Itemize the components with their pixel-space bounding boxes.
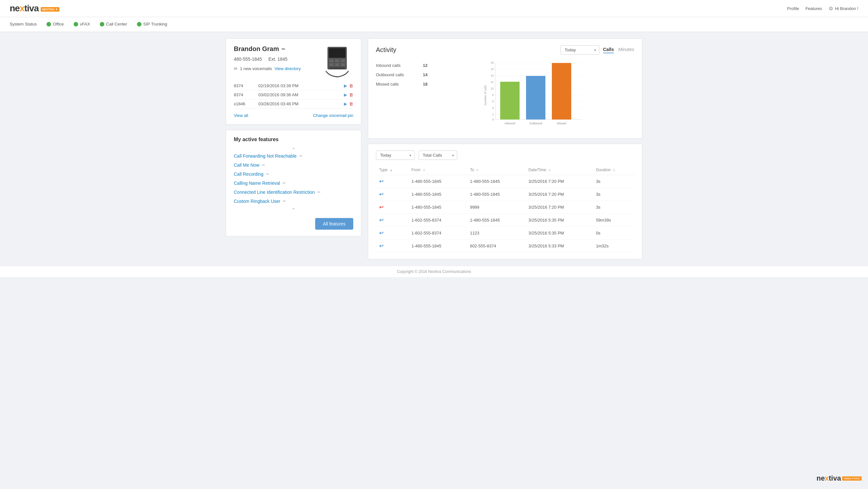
callcenter-status-dot: [100, 22, 104, 27]
bar-chart: Number of calls: [434, 60, 634, 132]
feature-label-5: Custom Ringback User: [234, 198, 280, 204]
call-type-icon-0: ↩: [379, 179, 383, 184]
cell-type-4: ↩: [376, 227, 408, 240]
svg-text:4: 4: [492, 106, 494, 110]
feature-edit-icon-2[interactable]: ✏: [266, 172, 269, 176]
nav-system-status[interactable]: System Status: [10, 17, 37, 32]
feature-edit-icon-3[interactable]: ✏: [283, 181, 286, 185]
feature-item-3[interactable]: Calling Name Retrieval ✏: [234, 181, 353, 186]
vm-play-icon[interactable]: ▶: [344, 83, 347, 88]
feature-item-4[interactable]: Connected Line Identification Restrictio…: [234, 190, 353, 195]
vm-play-icon[interactable]: ▶: [344, 92, 347, 97]
tab-minutes[interactable]: Minutes: [618, 47, 634, 53]
sort-type-icon[interactable]: ▲: [390, 168, 393, 172]
svg-rect-6: [335, 63, 339, 66]
view-all-link[interactable]: View all: [234, 113, 248, 118]
top-header: nextiva NEXTIVA ✦ Profile Features ⚙ Hi …: [0, 0, 868, 17]
vm-row: x1846 03/28/2016 03:46 PM ▶ 🗑: [234, 99, 353, 109]
cell-datetime-3: 3/25/2016 5:35 PM: [525, 214, 593, 227]
feature-item-0[interactable]: Call Forwarding Not Reachable ✏: [234, 153, 353, 159]
feature-label-1: Call Me Now: [234, 162, 259, 167]
feature-item-1[interactable]: Call Me Now ✏: [234, 162, 353, 167]
stat-inbound: Inbound calls 12: [376, 63, 428, 68]
stat-value-missed: 18: [423, 82, 428, 87]
phone-number: 480-555-1845: [234, 57, 262, 62]
sort-duration-icon[interactable]: ⊙: [613, 168, 615, 172]
vm-date-0: 02/19/2016 03:39 PM: [258, 83, 339, 88]
svg-text:Inbound: Inbound: [505, 122, 516, 125]
nav-vfax[interactable]: vFAX: [73, 17, 90, 32]
tab-calls[interactable]: Calls: [603, 47, 614, 53]
svg-text:12: 12: [491, 81, 494, 84]
nav-label: vFAX: [80, 22, 90, 27]
cell-type-1: ↩: [376, 188, 408, 201]
sort-to-icon[interactable]: ⊙: [476, 168, 478, 172]
cell-from-5: 1-480-555-1845: [408, 240, 467, 252]
calls-period-dropdown[interactable]: Today Yesterday Last 7 Days: [376, 151, 414, 160]
profile-link[interactable]: Profile: [787, 6, 799, 11]
svg-rect-2: [330, 59, 333, 62]
table-row: ↩ 1-480-555-1845 1-480-555-1845 3/25/201…: [376, 175, 634, 188]
svg-text:6: 6: [492, 100, 494, 103]
svg-text:8: 8: [492, 93, 494, 97]
calls-type-dropdown[interactable]: Total Calls Inbound Outbound Missed: [418, 151, 457, 160]
table-row: ↩ 1-480-555-1845 602-555-8374 3/25/2016 …: [376, 240, 634, 252]
vm-from-0: 8374: [234, 83, 253, 88]
sort-datetime-icon[interactable]: ⊙: [548, 168, 551, 172]
vm-delete-icon[interactable]: 🗑: [349, 92, 353, 97]
all-features-button[interactable]: All features: [315, 218, 353, 230]
svg-text:Missed: Missed: [557, 122, 566, 125]
svg-text:Outbound: Outbound: [529, 122, 542, 125]
nav-sip-trunking[interactable]: SIP Trunking: [137, 17, 167, 32]
cell-to-1: 1-480-555-1845: [467, 188, 525, 201]
cell-to-4: 1123: [467, 227, 525, 240]
nav-call-center[interactable]: Call Center: [100, 17, 127, 32]
logo-area: nextiva NEXTIVA ✦: [10, 3, 59, 13]
table-row: ↩ 1-602-555-8374 1-480-555-1845 3/25/201…: [376, 214, 634, 227]
svg-text:10: 10: [491, 87, 494, 90]
gear-icon[interactable]: ⚙: [829, 5, 833, 12]
nav-office[interactable]: Office: [46, 17, 64, 32]
vm-actions-0: ▶ 🗑: [344, 83, 353, 88]
user-edit-icon[interactable]: ✏: [282, 47, 285, 52]
stat-outbound: Outbound calls 14: [376, 72, 428, 77]
vm-delete-icon[interactable]: 🗑: [349, 83, 353, 88]
activity-chart-svg: Number of calls: [434, 60, 634, 131]
cell-datetime-4: 3/25/2016 5:35 PM: [525, 227, 593, 240]
svg-text:18: 18: [491, 61, 494, 64]
right-panel: Activity TodayYesterdayLast 7 DaysLast 3…: [368, 38, 642, 259]
vm-delete-icon[interactable]: 🗑: [349, 101, 353, 106]
feature-item-5[interactable]: Custom Ringback User ✏: [234, 198, 353, 204]
vm-from-1: 8374: [234, 92, 253, 97]
features-link[interactable]: Features: [805, 6, 822, 11]
chevron-down-icon[interactable]: ⌄: [234, 205, 353, 210]
call-type-icon-3: ↩: [379, 217, 383, 223]
vm-date-2: 03/28/2016 03:46 PM: [258, 101, 339, 106]
feature-edit-icon-5[interactable]: ✏: [283, 199, 286, 204]
vm-actions-2: ▶ 🗑: [344, 101, 353, 106]
feature-item-2[interactable]: Call Recording ✏: [234, 172, 353, 177]
copyright: Copyright © 2016 Nextiva Communications: [397, 269, 471, 274]
user-name: Brandon Gram: [234, 45, 279, 53]
activity-tab-links: Calls Minutes: [603, 47, 634, 53]
view-directory-link[interactable]: View directory: [275, 66, 301, 71]
col-from: From ⊙: [408, 165, 467, 175]
sort-from-icon[interactable]: ⊙: [423, 168, 425, 172]
cell-datetime-0: 3/25/2016 7:20 PM: [525, 175, 593, 188]
envelope-icon: ✉: [234, 66, 237, 71]
main-content: Brandon Gram ✏ 480-555-1845 Ext. 1845 ✉ …: [216, 32, 652, 266]
period-dropdown[interactable]: TodayYesterdayLast 7 DaysLast 30 Days: [561, 45, 599, 55]
vm-play-icon[interactable]: ▶: [344, 101, 347, 106]
table-row: ↩ 1-602-555-8374 1123 3/25/2016 5:35 PM …: [376, 227, 634, 240]
feature-edit-icon-4[interactable]: ✏: [317, 190, 321, 194]
stat-label-inbound: Inbound calls: [376, 63, 401, 68]
change-pin-link[interactable]: Change voicemail pin: [313, 113, 353, 118]
voicemail-count: 1 new voicemails: [240, 66, 272, 71]
feature-edit-icon-1[interactable]: ✏: [262, 163, 265, 167]
call-type-icon-1: ↩: [379, 191, 383, 197]
feature-edit-icon-0[interactable]: ✏: [299, 154, 303, 158]
nav-bar: System Status Office vFAX Call Center SI…: [0, 17, 868, 32]
chevron-up-icon[interactable]: ⌃: [234, 147, 353, 152]
activity-title: Activity: [376, 46, 396, 54]
user-greeting: Hi Brandon !: [835, 6, 858, 11]
